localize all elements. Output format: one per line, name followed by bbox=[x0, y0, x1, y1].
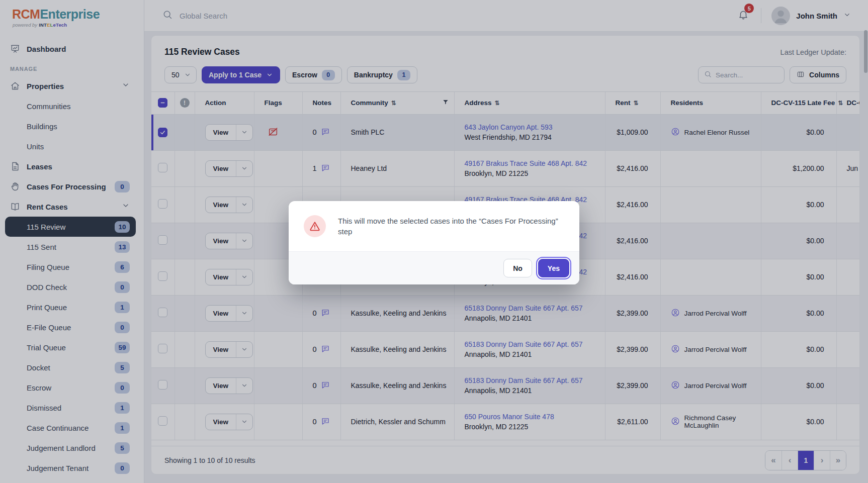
warning-icon bbox=[304, 215, 326, 237]
no-button[interactable]: No bbox=[503, 259, 532, 277]
yes-button[interactable]: Yes bbox=[538, 259, 569, 277]
modal-message: This will move the selected cases into t… bbox=[338, 216, 564, 237]
confirm-modal: This will move the selected cases into t… bbox=[289, 201, 579, 284]
modal-body: This will move the selected cases into t… bbox=[289, 201, 579, 251]
modal-footer: No Yes bbox=[289, 251, 579, 284]
